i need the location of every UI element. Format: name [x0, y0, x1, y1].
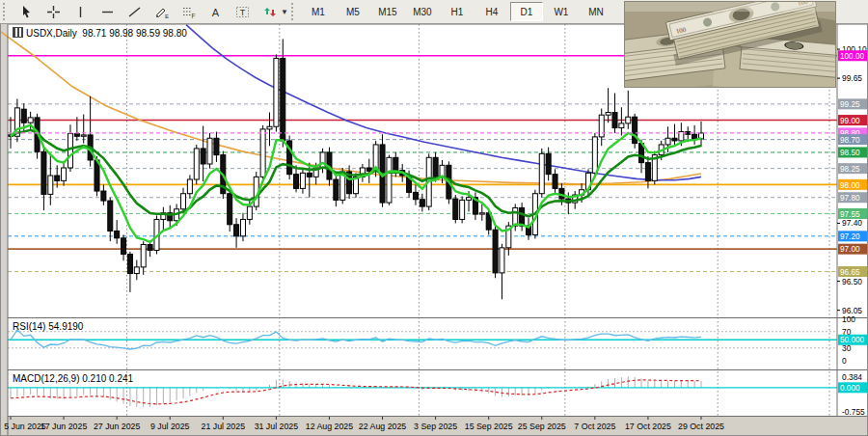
- rsi-indicator-label: RSI(14) 54.9190: [13, 321, 83, 332]
- arrows-dropdown-caret-icon[interactable]: ▼: [281, 8, 288, 16]
- timeframe-buttons-group: M1M5M15M30H1H4D1W1MN: [301, 0, 613, 23]
- candle-bullish: [260, 129, 265, 177]
- candle-bullish: [619, 123, 624, 128]
- candle-bullish: [467, 198, 472, 201]
- date-label: 21 Jul 2025: [202, 422, 246, 431]
- candle-bullish: [665, 138, 670, 145]
- candle-bullish: [500, 248, 504, 273]
- money-photo: 100 100: [625, 2, 835, 87]
- candle-bullish: [240, 219, 245, 235]
- candle-bullish: [626, 117, 631, 123]
- timeframe-button-m30[interactable]: M30: [406, 2, 439, 21]
- price-level-badge: 99.00: [840, 117, 860, 125]
- price-level-badge: 98.00: [840, 181, 860, 190]
- candle-bullish: [187, 179, 192, 194]
- candle-bearish: [413, 192, 418, 199]
- vertical-line-tool-icon[interactable]: [67, 1, 94, 22]
- chart-symbol-icon: [13, 27, 23, 38]
- candle-bullish: [606, 113, 610, 116]
- metatrader-window: EFAT▼ M1M5M15M30H1H4D1W1MN 100.1099.6597…: [0, 0, 868, 436]
- candle-bearish: [41, 151, 46, 194]
- candle-bullish: [81, 135, 86, 136]
- rsi-axis-label: 100: [842, 314, 855, 324]
- arrows-tool-icon[interactable]: [256, 1, 283, 22]
- toolbar-grip2[interactable]: [291, 3, 298, 20]
- macd-indicator-label: MACD(12,26,9) 0.210 0.241: [13, 373, 133, 384]
- candle-bearish: [228, 194, 232, 225]
- candle-bearish: [74, 134, 79, 137]
- timeframe-button-h4[interactable]: H4: [475, 2, 508, 21]
- price-tick-label: 97.40: [842, 218, 862, 228]
- timeframe-button-mn[interactable]: MN: [580, 2, 612, 21]
- text-label-tool-icon[interactable]: T: [229, 1, 256, 22]
- macd-max-label: 0.384: [842, 372, 862, 382]
- cursor-tool-icon[interactable]: [13, 1, 40, 22]
- candle-bearish: [553, 175, 557, 189]
- timeframe-button-m5[interactable]: M5: [337, 2, 369, 21]
- candle-bullish: [134, 267, 139, 274]
- candle-bullish: [247, 206, 252, 219]
- date-label: 29 Oct 2025: [678, 422, 724, 431]
- candle-bullish: [479, 213, 484, 214]
- price-tick-label: 96.50: [842, 277, 862, 286]
- date-label: 17 Jun 2025: [41, 422, 88, 431]
- candle-bearish: [493, 230, 498, 273]
- candle-bearish: [334, 179, 339, 200]
- rsi-axis-label: 0: [842, 356, 847, 366]
- timeframe-button-m15[interactable]: M15: [371, 2, 404, 21]
- candle-bearish: [122, 238, 126, 255]
- date-label: 7 Oct 2025: [574, 422, 615, 431]
- fibonacci-tool-icon[interactable]: F: [175, 1, 202, 22]
- candle-bearish: [546, 153, 551, 174]
- candle-bullish: [181, 194, 186, 209]
- timeframe-button-w1[interactable]: W1: [545, 2, 578, 21]
- candle-bearish: [127, 255, 132, 274]
- candle-bullish: [267, 126, 272, 129]
- svg-text:E: E: [165, 14, 169, 19]
- candle-bullish: [207, 138, 212, 164]
- timeframe-button-d1[interactable]: D1: [510, 2, 543, 21]
- candle-bearish: [214, 138, 219, 154]
- equidistant-channel-tool-icon[interactable]: E: [148, 1, 175, 22]
- toolbar-grip[interactable]: [3, 3, 10, 20]
- timeframe-button-h1[interactable]: H1: [441, 2, 474, 21]
- timeframe-button-m1[interactable]: M1: [302, 2, 335, 21]
- candle-bearish: [645, 163, 650, 181]
- symbol-ohlc-label: USDX,Daily 98.71 98.98 98.59 98.80: [13, 27, 187, 39]
- date-label: 22 Aug 2025: [359, 422, 407, 431]
- candle-bearish: [101, 191, 106, 201]
- price-level-badge: 98.70: [840, 136, 860, 145]
- candle-bearish: [420, 200, 424, 206]
- candle-bullish: [539, 153, 544, 193]
- date-label: 27 Jun 2025: [94, 422, 141, 431]
- price-level-badge: 98.25: [840, 165, 860, 174]
- candle-bullish: [48, 176, 53, 194]
- candle-bearish: [520, 207, 525, 226]
- candle-bearish: [55, 176, 60, 180]
- date-label: 31 Jul 2025: [255, 422, 299, 431]
- candle-bullish: [141, 245, 146, 267]
- price-level-badge: 98.50: [840, 149, 860, 157]
- candle-bearish: [294, 175, 299, 189]
- trendline-tool-icon[interactable]: [121, 1, 148, 22]
- candle-bullish: [300, 173, 305, 188]
- price-level-badge: 97.20: [840, 232, 860, 241]
- svg-text:F: F: [191, 13, 195, 19]
- date-label: 17 Oct 2025: [625, 422, 671, 431]
- candle-bullish: [599, 115, 604, 137]
- text-tool-icon[interactable]: A: [202, 1, 229, 22]
- date-label: 25 Sep 2025: [518, 422, 566, 431]
- macd-zero-badge: 0.000: [840, 384, 860, 393]
- date-label: 15 Sep 2025: [465, 422, 513, 431]
- price-level-badge: 100.00: [840, 52, 864, 61]
- candle-bullish: [62, 168, 67, 180]
- horizontal-line-tool-icon[interactable]: [94, 1, 121, 22]
- candle-bullish: [274, 58, 279, 126]
- candle-bearish: [201, 149, 205, 164]
- price-level-badge: 96.65: [840, 268, 860, 277]
- price-level-badge: 97.55: [840, 210, 860, 219]
- crosshair-tool-icon[interactable]: [40, 1, 67, 22]
- candle-bearish: [393, 157, 398, 170]
- candle-bearish: [453, 199, 458, 219]
- svg-text:A: A: [211, 7, 219, 18]
